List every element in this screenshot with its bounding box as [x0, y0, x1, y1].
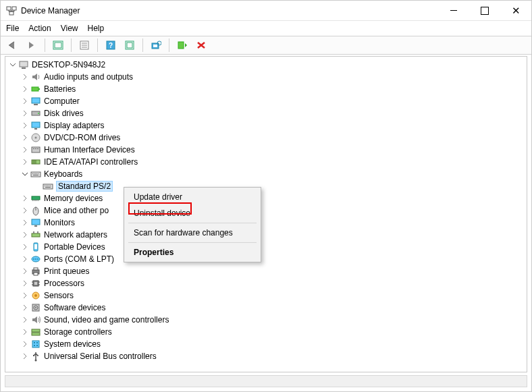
tree-category[interactable]: Keyboards [18, 168, 527, 180]
context-menu-scan-hardware[interactable]: Scan for hardware changes [126, 225, 259, 241]
svg-rect-29 [32, 147, 40, 152]
tree-category[interactable]: Mice and other po [18, 204, 527, 217]
chevron-right-icon[interactable] [20, 121, 30, 130]
tree-root[interactable]: DESKTOP-5N948J2 [5, 59, 527, 71]
svg-rect-63 [37, 231, 38, 233]
close-button[interactable]: ✕ [500, 1, 531, 21]
tree-category[interactable]: Human Interface Devices [18, 144, 527, 156]
scan-hardware-button[interactable] [148, 38, 164, 53]
toolbar-separator [169, 38, 169, 52]
chevron-right-icon[interactable] [20, 352, 30, 361]
chevron-right-icon[interactable] [20, 194, 30, 203]
context-menu-properties[interactable]: Properties [126, 244, 259, 260]
window-title: Device Manager [21, 6, 438, 16]
forward-button[interactable] [24, 38, 40, 53]
tree-category-label: Network adapters [44, 230, 107, 240]
chevron-right-icon[interactable] [20, 303, 30, 312]
chevron-right-icon[interactable] [20, 315, 30, 325]
tree-category[interactable]: Ports (COM & LPT) [18, 253, 527, 265]
chevron-right-icon[interactable] [20, 145, 30, 155]
update-driver-button[interactable] [174, 38, 190, 53]
chevron-right-icon[interactable] [20, 327, 30, 337]
svg-point-93 [37, 355, 38, 356]
tree-category[interactable]: Storage controllers [18, 326, 527, 338]
tree-category[interactable]: Audio inputs and outputs [18, 71, 527, 83]
tree-category[interactable]: Disk drives [18, 107, 527, 119]
menu-action[interactable]: Action [28, 24, 51, 33]
minimize-button[interactable] [438, 1, 469, 21]
chevron-right-icon[interactable] [20, 133, 30, 142]
tree-category[interactable]: Memory devices [18, 192, 527, 204]
tree-category[interactable]: Software devices [18, 302, 527, 314]
show-hide-tree-button[interactable] [50, 38, 66, 53]
svg-rect-49 [50, 186, 51, 186]
chevron-right-icon[interactable] [20, 109, 30, 118]
memory-icon [30, 193, 41, 204]
tree-category[interactable]: Sound, video and game controllers [18, 314, 527, 326]
tree-category[interactable]: Portable Devices [18, 241, 527, 253]
tree-category[interactable]: Processors [18, 277, 527, 289]
tree-category[interactable]: Display adapters [18, 119, 527, 132]
chevron-right-icon[interactable] [20, 206, 30, 215]
tree-category-label: Mice and other po [44, 206, 109, 215]
tree-category-label: Print queues [44, 267, 89, 276]
menu-file[interactable]: File [6, 24, 19, 33]
device-manager-icon [6, 5, 17, 16]
tree-category-label: Processors [44, 279, 84, 288]
chevron-right-icon[interactable] [20, 267, 30, 276]
svg-rect-71 [34, 268, 38, 270]
chevron-right-icon[interactable] [20, 96, 30, 106]
chevron-right-icon[interactable] [20, 242, 30, 252]
chevron-right-icon[interactable] [20, 339, 30, 349]
printer-icon [30, 266, 41, 277]
uninstall-button[interactable] [193, 38, 209, 53]
chevron-right-icon[interactable] [20, 84, 30, 94]
tree-category[interactable]: Network adapters [18, 229, 527, 241]
tree-category[interactable]: Print queues [18, 265, 527, 277]
back-button[interactable] [5, 38, 21, 53]
svg-rect-60 [34, 225, 37, 227]
svg-rect-52 [32, 200, 33, 201]
svg-rect-46 [46, 186, 47, 186]
status-bar [5, 375, 527, 387]
svg-rect-54 [35, 200, 36, 201]
context-menu-uninstall-device[interactable]: Uninstall device [126, 205, 259, 221]
tree-category[interactable]: Monitors [18, 217, 527, 229]
tree-category-label: Ports (COM & LPT) [44, 254, 114, 264]
toolbar-separator [97, 38, 98, 52]
tree-category[interactable]: IDE ATA/ATAPI controllers [18, 156, 527, 168]
svg-text:?: ? [109, 42, 113, 49]
help-button[interactable]: ? [103, 38, 119, 53]
chevron-right-icon[interactable] [20, 254, 30, 264]
context-menu-update-driver[interactable]: Update driver [126, 189, 259, 205]
tree-category[interactable]: DVD/CD-ROM drives [18, 132, 527, 144]
svg-rect-2 [9, 11, 14, 15]
computer-icon [30, 96, 41, 107]
tree-category[interactable]: Sensors [18, 289, 527, 302]
menu-help[interactable]: Help [88, 24, 105, 33]
chevron-right-icon[interactable] [20, 157, 30, 167]
tree-category-label: Software devices [44, 303, 105, 312]
properties-button[interactable] [76, 38, 92, 53]
device-tree-panel[interactable]: DESKTOP-5N948J2 Audio inputs and outputs… [5, 56, 527, 372]
chevron-right-icon[interactable] [20, 291, 30, 300]
svg-rect-86 [32, 341, 39, 347]
chevron-down-icon[interactable] [8, 60, 18, 69]
toolbar: ? [1, 36, 531, 55]
chevron-right-icon[interactable] [20, 72, 30, 82]
maximize-button[interactable] [469, 1, 500, 21]
action-button[interactable] [122, 38, 138, 53]
tree-category[interactable]: System devices [18, 338, 527, 350]
chevron-right-icon[interactable] [20, 230, 30, 240]
tree-category[interactable]: Universal Serial Bus controllers [18, 350, 527, 362]
tree-category[interactable]: Batteries [18, 83, 527, 95]
tree-device[interactable]: Standard PS/2 [30, 180, 527, 192]
chevron-down-icon[interactable] [20, 169, 30, 179]
tree-category[interactable]: Computer [18, 95, 527, 107]
chevron-right-icon[interactable] [20, 279, 30, 288]
svg-rect-55 [36, 200, 37, 201]
storage-icon [30, 327, 41, 337]
svg-point-24 [38, 113, 39, 114]
menu-view[interactable]: View [61, 24, 78, 33]
chevron-right-icon[interactable] [20, 218, 30, 227]
